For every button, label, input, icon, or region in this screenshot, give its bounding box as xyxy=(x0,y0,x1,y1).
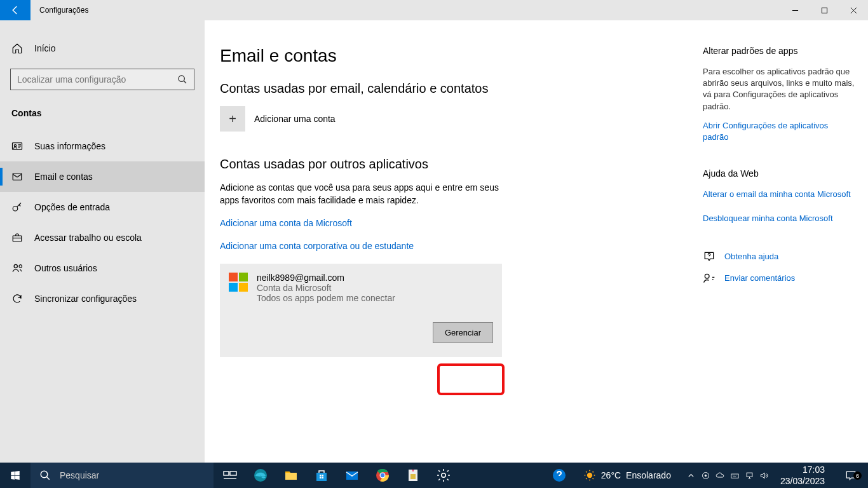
briefcase-icon xyxy=(11,232,23,243)
svg-rect-4 xyxy=(13,173,22,180)
svg-rect-14 xyxy=(320,475,322,477)
sidebar-item-label: Suas informações xyxy=(34,141,105,151)
taskbar-app-paint[interactable] xyxy=(398,463,428,488)
svg-rect-13 xyxy=(316,473,327,481)
sidebar-item-sync[interactable]: Sincronizar configurações xyxy=(0,283,205,314)
taskbar: Pesquisar 26°C Ensolarado 17:03 23/03/20… xyxy=(0,463,868,488)
clock-date: 23/03/2023 xyxy=(780,475,825,487)
sidebar-home-label: Início xyxy=(34,43,55,53)
svg-rect-23 xyxy=(410,474,416,479)
sidebar-item-label: Opções de entrada xyxy=(34,202,110,212)
users-icon xyxy=(11,262,23,274)
page-title: Email e contas xyxy=(220,46,677,66)
svg-rect-15 xyxy=(322,475,324,477)
feedback-icon xyxy=(703,272,715,285)
taskbar-app-edge[interactable] xyxy=(245,463,276,488)
notification-center[interactable]: 6 xyxy=(836,469,865,482)
taskbar-app-mail[interactable] xyxy=(337,463,367,488)
feedback-label: Enviar comentários xyxy=(724,273,795,283)
minimize-button[interactable] xyxy=(780,0,810,20)
start-button[interactable] xyxy=(0,463,31,488)
task-view-button[interactable] xyxy=(215,463,245,488)
link-add-work-account[interactable]: Adicionar uma conta corporativa ou de es… xyxy=(220,241,677,251)
aside-para-defaults: Para escolher os aplicativos padrão que … xyxy=(703,66,855,112)
microsoft-logo-icon xyxy=(229,273,248,292)
svg-point-9 xyxy=(41,471,48,478)
manage-button[interactable]: Gerenciar xyxy=(433,322,493,343)
aside-link-unlock-account[interactable]: Desbloquear minha conta Microsoft xyxy=(703,213,855,224)
weather-label: Ensolarado xyxy=(626,470,671,480)
titlebar-spacer xyxy=(88,0,780,20)
back-button[interactable] xyxy=(0,0,31,20)
taskbar-search-placeholder: Pesquisar xyxy=(60,470,99,480)
svg-point-7 xyxy=(14,264,17,268)
svg-rect-30 xyxy=(747,473,752,477)
sidebar-item-work-school[interactable]: Acessar trabalho ou escola xyxy=(0,222,205,253)
sync-icon xyxy=(11,293,23,304)
svg-rect-29 xyxy=(731,474,738,478)
windows-icon xyxy=(10,470,21,481)
taskbar-search[interactable]: Pesquisar xyxy=(31,463,215,488)
keyboard-icon[interactable] xyxy=(730,471,740,480)
get-help-link[interactable]: Obtenha ajuda xyxy=(703,250,855,263)
taskbar-app-explorer[interactable] xyxy=(276,463,306,488)
svg-rect-0 xyxy=(822,8,827,13)
svg-point-1 xyxy=(179,76,184,81)
chevron-up-icon[interactable] xyxy=(686,471,696,480)
taskbar-help[interactable] xyxy=(544,463,574,488)
search-input-wrapper[interactable] xyxy=(10,69,194,90)
sidebar-item-other-users[interactable]: Outros usuários xyxy=(0,253,205,283)
svg-point-26 xyxy=(587,473,592,478)
weather-temp: 26°C xyxy=(601,470,621,480)
link-add-ms-account[interactable]: Adicionar uma conta da Microsoft xyxy=(220,218,677,228)
location-icon[interactable] xyxy=(701,471,710,480)
aside-link-open-defaults[interactable]: Abrir Configurações de aplicativos padrã… xyxy=(703,120,855,143)
sidebar-item-signin-options[interactable]: Opções de entrada xyxy=(0,192,205,222)
network-icon[interactable] xyxy=(745,471,754,480)
notification-badge: 6 xyxy=(853,471,862,480)
sidebar-item-label: Email e contas xyxy=(34,172,93,182)
account-email: neilk8989@gmail.com xyxy=(257,273,395,283)
mail-icon xyxy=(11,171,23,182)
chrome-icon xyxy=(375,468,390,483)
get-help-label: Obtenha ajuda xyxy=(724,252,778,261)
maximize-button[interactable] xyxy=(810,0,839,20)
account-card[interactable]: neilk8989@gmail.com Conta da Microsoft T… xyxy=(220,264,502,357)
gear-icon xyxy=(436,468,451,483)
taskbar-clock[interactable]: 17:03 23/03/2023 xyxy=(775,464,830,487)
search-icon xyxy=(39,470,51,481)
taskbar-app-settings[interactable] xyxy=(428,463,459,488)
volume-icon[interactable] xyxy=(759,471,769,480)
svg-point-3 xyxy=(14,145,16,147)
folder-icon xyxy=(283,468,299,483)
search-input[interactable] xyxy=(17,74,177,85)
store-icon xyxy=(314,468,329,483)
svg-rect-11 xyxy=(230,471,236,475)
close-button[interactable] xyxy=(839,0,868,20)
aside-title-webhelp: Ajuda da Web xyxy=(703,168,855,179)
taskbar-app-chrome[interactable] xyxy=(367,463,398,488)
add-account-button[interactable]: + Adicionar uma conta xyxy=(220,106,677,132)
help-icon xyxy=(703,250,715,263)
sidebar-item-label: Outros usuários xyxy=(34,263,97,273)
onedrive-icon[interactable] xyxy=(715,471,725,480)
window-title: Configurações xyxy=(31,0,88,20)
add-account-label: Adicionar uma conta xyxy=(254,114,336,124)
feedback-link[interactable]: Enviar comentários xyxy=(703,272,855,285)
aside-title-defaults: Alterar padrões de apps xyxy=(703,46,855,56)
svg-rect-17 xyxy=(322,477,324,479)
user-card-icon xyxy=(11,140,23,152)
sidebar-home[interactable]: Início xyxy=(0,36,205,61)
taskbar-weather[interactable]: 26°C Ensolarado xyxy=(574,469,680,482)
sidebar-item-your-info[interactable]: Suas informações xyxy=(0,131,205,161)
svg-rect-10 xyxy=(224,471,229,475)
sidebar-item-label: Acessar trabalho ou escola xyxy=(34,233,142,243)
sidebar-item-email-accounts[interactable]: Email e contas xyxy=(0,161,205,192)
svg-point-21 xyxy=(381,473,384,477)
mail-icon xyxy=(344,468,360,483)
paint-icon xyxy=(405,468,421,483)
key-icon xyxy=(11,201,23,213)
aside-link-change-email[interactable]: Alterar o email da minha conta Microsoft xyxy=(703,189,855,200)
taskbar-app-store[interactable] xyxy=(306,463,337,488)
account-status: Todos os apps podem me conectar xyxy=(257,293,395,303)
